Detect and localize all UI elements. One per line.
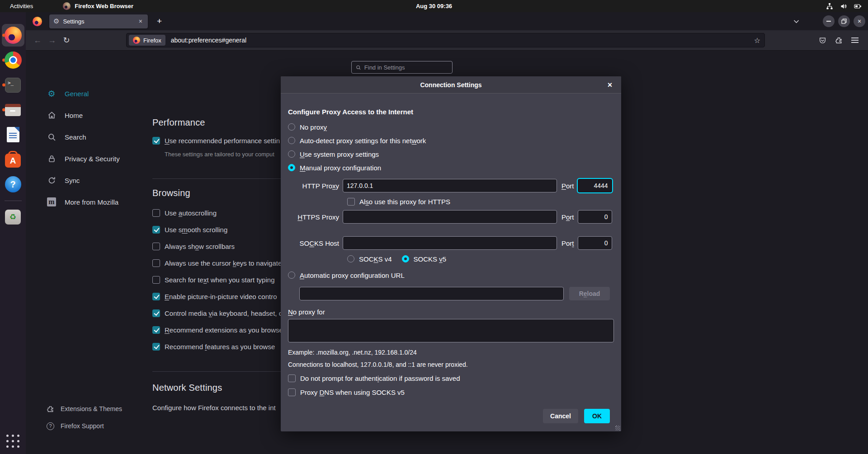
- https-proxy-input[interactable]: [343, 210, 557, 224]
- search-icon: [47, 133, 57, 141]
- window-restore-button[interactable]: [838, 15, 850, 27]
- checkbox[interactable]: [152, 343, 160, 351]
- radio-button[interactable]: [288, 271, 295, 279]
- sidebar-item-more-from-mozilla[interactable]: m More from Mozilla: [43, 191, 120, 213]
- show-applications-button[interactable]: [6, 435, 19, 448]
- network-icon: [826, 3, 833, 10]
- sidebar-item-search[interactable]: Search: [43, 126, 120, 148]
- restore-icon: [841, 19, 847, 24]
- sidebar-item-home[interactable]: Home: [43, 104, 120, 126]
- site-identity-chip[interactable]: Firefox: [129, 35, 165, 46]
- http-port-input[interactable]: [578, 179, 612, 192]
- radio-no-proxy[interactable]: No proxy: [288, 120, 614, 134]
- checkbox[interactable]: [347, 198, 355, 206]
- clock[interactable]: Aug 30 09:36: [416, 3, 452, 9]
- firefox-support-link[interactable]: ? Firefox Support: [47, 417, 122, 435]
- window-close-button[interactable]: ×: [854, 15, 865, 27]
- sidebar-item-general[interactable]: ⚙ General: [43, 83, 120, 104]
- sidebar-item-sync[interactable]: Sync: [43, 169, 120, 191]
- firefox-icon: [33, 17, 42, 26]
- radio-automatic-proxy-url[interactable]: Automatic proxy configuration URL: [288, 268, 614, 282]
- extensions-themes-link[interactable]: Extensions & Themes: [47, 400, 122, 417]
- ubuntu-dock: >_ A ? ♻: [0, 12, 26, 454]
- radio-button[interactable]: [288, 164, 295, 171]
- proxy-dns-checkbox-row[interactable]: Proxy DNS when using SOCKS v5: [288, 388, 614, 396]
- back-button[interactable]: ←: [30, 33, 45, 47]
- url-bar[interactable]: Firefox about:preferences#general ☆: [126, 33, 765, 47]
- checkbox-label: Use autoscrolling: [165, 209, 217, 217]
- help-icon: ?: [5, 176, 21, 192]
- no-auth-prompt-checkbox-row[interactable]: Do not prompt for authentication if pass…: [288, 374, 614, 382]
- radio-system-proxy[interactable]: Use system proxy settings: [288, 147, 614, 161]
- puzzle-icon: [47, 405, 54, 413]
- checkbox[interactable]: [152, 276, 160, 284]
- firefox-tab-bar: ⚙ Settings × + ×: [26, 12, 868, 30]
- activities-button[interactable]: Activities: [10, 3, 33, 9]
- dialog-close-icon[interactable]: ×: [604, 80, 615, 89]
- https-port-input[interactable]: [578, 210, 612, 224]
- extensions-puzzle-icon[interactable]: [832, 33, 845, 47]
- checkbox[interactable]: [152, 259, 160, 267]
- url-address: about:preferences#general: [171, 37, 754, 44]
- dock-ubuntu-software[interactable]: A: [2, 148, 24, 171]
- dock-trash[interactable]: ♻: [2, 206, 24, 228]
- reload-button[interactable]: ↻: [59, 33, 74, 47]
- checkbox[interactable]: [152, 293, 160, 300]
- sidebar-item-label: Home: [65, 112, 83, 119]
- radio-socks-v5[interactable]: SOCKS v5: [402, 254, 447, 264]
- radio-button[interactable]: [288, 137, 295, 144]
- focused-app-indicator[interactable]: Firefox Web Browser: [63, 2, 133, 10]
- checkbox[interactable]: [152, 137, 160, 145]
- find-in-settings-input[interactable]: [364, 64, 448, 71]
- radio-manual-proxy[interactable]: Manual proxy configuration: [288, 161, 614, 174]
- also-https-checkbox-row[interactable]: Also use this proxy for HTTPS: [347, 198, 614, 206]
- dialog-title: Connection Settings: [420, 81, 481, 89]
- radio-socks-v4[interactable]: SOCKS v4: [347, 254, 392, 264]
- checkbox[interactable]: [152, 309, 160, 317]
- socks-host-input[interactable]: [343, 236, 557, 250]
- new-tab-button[interactable]: +: [153, 16, 165, 26]
- dock-files[interactable]: [2, 98, 24, 121]
- find-in-settings-box[interactable]: [351, 61, 453, 74]
- tab-title: Settings: [63, 18, 137, 25]
- checkbox[interactable]: [152, 226, 160, 234]
- reload-button[interactable]: Reload: [569, 287, 610, 300]
- pocket-icon[interactable]: [816, 33, 829, 47]
- dock-chrome[interactable]: [2, 49, 24, 71]
- radio-button[interactable]: [288, 150, 295, 158]
- list-all-tabs-chevron-icon[interactable]: [793, 17, 799, 25]
- sidebar-item-label: More from Mozilla: [65, 198, 118, 206]
- system-status-area[interactable]: [826, 3, 862, 10]
- ok-button[interactable]: OK: [584, 409, 610, 423]
- sidebar-item-privacy-security[interactable]: Privacy & Security: [43, 148, 120, 169]
- dock-firefox[interactable]: [2, 24, 24, 47]
- cancel-button[interactable]: Cancel: [543, 409, 578, 423]
- dialog-body: Configure Proxy Access to the Internet N…: [281, 94, 621, 396]
- http-proxy-input[interactable]: [343, 179, 557, 192]
- checkbox[interactable]: [288, 388, 296, 396]
- no-proxy-for-textarea[interactable]: [288, 319, 614, 342]
- radio-label: Automatic proxy configuration URL: [300, 271, 405, 279]
- firefox-icon: [5, 27, 22, 44]
- checkbox[interactable]: [152, 326, 160, 334]
- app-menu-hamburger-icon[interactable]: [848, 33, 862, 47]
- window-minimize-button[interactable]: [823, 15, 835, 27]
- radio-label: Manual proxy configuration: [300, 164, 381, 172]
- tab-close-icon[interactable]: ×: [137, 18, 144, 25]
- tab-settings[interactable]: ⚙ Settings ×: [49, 14, 148, 28]
- checkbox[interactable]: [288, 374, 296, 382]
- bookmark-star-icon[interactable]: ☆: [754, 36, 760, 45]
- checkbox[interactable]: [152, 243, 160, 250]
- radio-button[interactable]: [347, 255, 354, 262]
- forward-button[interactable]: →: [45, 33, 59, 47]
- radio-auto-detect[interactable]: Auto-detect proxy settings for this netw…: [288, 134, 614, 147]
- socks-port-input[interactable]: [578, 236, 612, 250]
- dock-libreoffice-writer[interactable]: [2, 123, 24, 146]
- checkbox[interactable]: [152, 209, 160, 217]
- radio-button[interactable]: [402, 255, 409, 262]
- dock-terminal[interactable]: >_: [2, 74, 24, 96]
- auto-proxy-url-input[interactable]: [299, 287, 564, 300]
- dock-help[interactable]: ?: [2, 173, 24, 196]
- gear-icon: ⚙: [47, 89, 57, 99]
- radio-button[interactable]: [288, 123, 295, 131]
